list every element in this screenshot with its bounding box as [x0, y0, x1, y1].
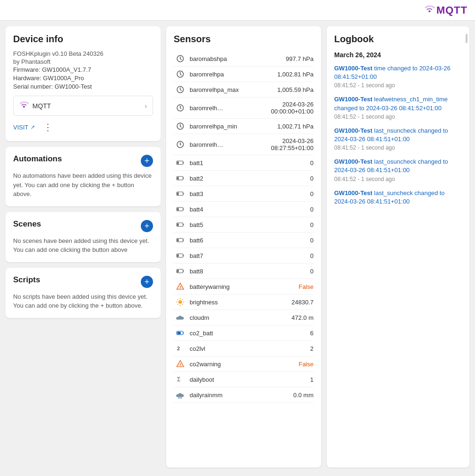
sensor-value: 1,002.81 hPa [277, 71, 314, 78]
svg-point-31 [178, 300, 182, 304]
svg-rect-29 [177, 270, 179, 272]
sensor-row: brightness24830.7 [174, 295, 314, 310]
sensor-name: baromrelh… [190, 141, 271, 148]
logbook-entries: GW1000-Test time changed to 2024-03-26 0… [334, 64, 462, 206]
device-info-card: Device info FOSHKplugin v0.10 Beta 24032… [6, 26, 161, 141]
logbook-title: Logbook [334, 34, 462, 45]
sensor-row: baromrelhpa_min1,002.71 hPa [174, 119, 314, 134]
svg-line-39 [177, 304, 178, 305]
log-entry-title[interactable]: GW1000-Test time changed to 2024-03-26 0… [334, 64, 462, 81]
automations-title: Automations [13, 154, 62, 164]
sensor-name: baromrelhpa_min [190, 123, 277, 130]
mqtt-signal-icon [19, 100, 29, 112]
sensor-value: 0 [310, 175, 314, 182]
log-entry: GW1000-Test leafwetness_ch1_min_time cha… [334, 95, 462, 120]
sensor-icon [174, 298, 187, 306]
sensor-value: 472.0 m [291, 314, 314, 321]
sensor-row: Σdailyboot1 [174, 372, 314, 387]
sensor-row: batt60 [174, 233, 314, 248]
sensor-row: batt20 [174, 171, 314, 186]
log-entity: GW1000-Test [334, 65, 372, 72]
svg-line-48 [181, 397, 182, 398]
add-automation-button[interactable]: + [141, 155, 153, 167]
add-scene-button[interactable]: + [141, 220, 153, 232]
log-entry-time: 08:41:52 - 1 second ago [334, 82, 462, 89]
sensor-value: 1,005.59 hPa [277, 86, 314, 93]
mqtt-logo-text: MQTT [437, 4, 467, 16]
sensor-value: 0 [310, 252, 314, 259]
sensor-value: 6 [310, 330, 314, 337]
sensor-icon [174, 251, 187, 260]
sensor-icon [174, 205, 187, 213]
visit-link[interactable]: VISIT ↗ [13, 124, 35, 131]
sensor-name: batt8 [190, 268, 310, 275]
sensor-icon [174, 140, 187, 149]
sensor-icon [174, 236, 187, 244]
log-entity: GW1000-Test [334, 127, 372, 134]
mqtt-logo: MQTT [424, 4, 467, 16]
svg-line-36 [177, 299, 178, 300]
mqtt-wifi-icon [424, 4, 435, 16]
log-entry-title[interactable]: GW1000-Test last_osuncheck changed to 20… [334, 158, 462, 174]
svg-rect-41 [183, 332, 184, 334]
sensor-row: co2_batt6 [174, 325, 314, 341]
sensor-row: baromrelhpa_max1,005.59 hPa [174, 82, 314, 98]
sensor-icon [174, 159, 187, 167]
sensor-row: baromrelh…2024-03-26 00:00:00+01:00 [174, 98, 314, 119]
sensor-name: batterywarning [190, 283, 299, 290]
sensor-name: batt3 [190, 190, 310, 197]
log-entry-title[interactable]: GW1000-Test last_suncheck changed to 202… [334, 189, 462, 206]
sensor-value: 2024-03-26 08:27:55+01:00 [271, 137, 314, 151]
sensor-name: dailyrainmm [190, 392, 293, 399]
scrollbar[interactable] [466, 34, 467, 43]
sensor-row: batt80 [174, 264, 314, 279]
svg-rect-20 [177, 223, 179, 226]
svg-line-47 [180, 397, 180, 398]
sensor-row: batt10 [174, 155, 314, 171]
sensor-row: batt40 [174, 202, 314, 217]
add-script-button[interactable]: + [141, 276, 153, 288]
log-entry-time: 08:41:52 - 1 second ago [334, 176, 462, 182]
sensor-name: batt6 [190, 237, 310, 244]
sensor-icon [174, 329, 187, 337]
sensor-name: co2lvl [190, 345, 310, 352]
sensor-name: cloudm [190, 314, 291, 321]
sensor-icon [174, 313, 187, 322]
mqtt-chevron-icon: › [145, 102, 147, 110]
sensor-row: !co2warningFalse [174, 356, 314, 372]
sensor-icon [174, 391, 187, 399]
sensor-value: 2024-03-26 00:00:00+01:00 [271, 101, 314, 115]
scripts-card: Scripts + No scripts have been added usi… [6, 268, 161, 318]
scenes-empty-text: No scenes have been added using this dev… [13, 236, 153, 255]
sensor-icon [174, 174, 187, 182]
sensor-row: batt30 [174, 186, 314, 202]
serial-row: Serial number: GW1000-Test [13, 83, 153, 90]
svg-line-46 [178, 397, 179, 398]
svg-rect-26 [177, 254, 179, 257]
svg-rect-17 [177, 208, 179, 210]
scripts-title: Scripts [13, 275, 40, 285]
sensor-value: 24830.7 [291, 299, 314, 306]
sensor-name: batt5 [190, 221, 310, 228]
sensor-name: dailyboot [190, 376, 310, 383]
mqtt-row[interactable]: MQTT › [13, 96, 153, 116]
svg-rect-14 [177, 192, 179, 195]
device-info-title: Device info [13, 34, 153, 45]
log-entry-time: 08:41:52 - 1 second ago [334, 113, 462, 120]
sensor-value: False [299, 283, 314, 290]
sensor-row: 2co2lvl2 [174, 341, 314, 356]
sensor-icon [174, 54, 187, 63]
sensor-value: 0 [310, 190, 314, 197]
svg-rect-22 [183, 240, 184, 241]
log-entry-title[interactable]: GW1000-Test leafwetness_ch1_min_time cha… [334, 95, 462, 112]
sensor-icon [174, 122, 187, 130]
mqtt-row-left: MQTT [19, 100, 51, 112]
more-menu-button[interactable]: ⋮ [40, 121, 55, 134]
log-entry-title[interactable]: GW1000-Test last_nsuncheck changed to 20… [334, 127, 462, 144]
sensor-row: baromrelhpa1,002.81 hPa [174, 67, 314, 82]
scenes-card: Scenes + No scenes have been added using… [6, 212, 161, 262]
automations-card: Automations + No automations have been a… [6, 147, 161, 206]
sensor-value: 997.7 hPa [286, 55, 314, 62]
sensor-icon [174, 85, 187, 94]
firmware-row: Firmware: GW1000A_V1.7.7 [13, 66, 153, 73]
